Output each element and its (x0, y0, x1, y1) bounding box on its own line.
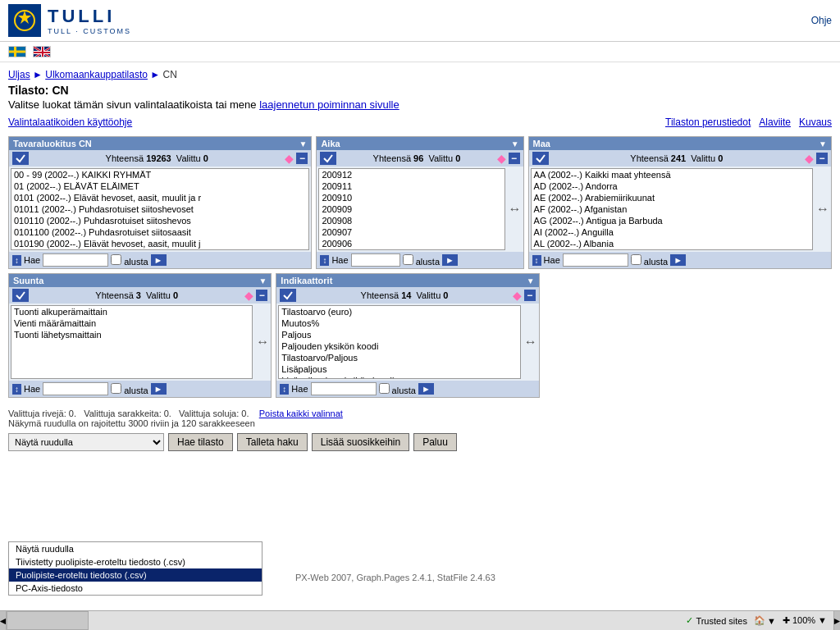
indikaattorit-search-input[interactable] (311, 382, 377, 395)
dropdown-item[interactable]: PC-Axis-tiedosto (9, 582, 262, 595)
list-item[interactable]: AI (2002--.) Anguilla (532, 226, 812, 238)
aika-minus-btn[interactable]: − (509, 153, 520, 164)
list-item[interactable]: 010110 (2002--.) Puhdasrotuiset siitoshe… (11, 215, 308, 226)
maa-alusta-cb[interactable] (631, 254, 641, 265)
scrollbar-thumb[interactable] (7, 611, 89, 630)
list-item[interactable]: 200907 (319, 226, 504, 238)
list-item[interactable]: 200906 (319, 238, 504, 249)
home-icon-area[interactable]: 🏠 ▼ (754, 615, 776, 626)
help-link[interactable]: Ohje (811, 15, 832, 26)
maa-minus-btn[interactable]: − (816, 153, 828, 164)
breadcrumb-section[interactable]: Ulkomaankauppatilasto (45, 69, 148, 80)
list-item[interactable]: AA (2002--.) Kaikki maat yhteensä (532, 169, 812, 180)
list-item[interactable]: 200910 (319, 192, 504, 203)
link-valintalaatikoiden[interactable]: Valintalaatikoiden käyttöohje (8, 116, 132, 128)
scroll-right-btn[interactable]: ► (833, 611, 840, 630)
list-item[interactable]: 010190 (2002--.) Elävät hevoset, aasit, … (11, 238, 308, 249)
list-item[interactable]: 01011 (2002--.) Puhdasrotuiset siitoshev… (11, 203, 308, 215)
list-item[interactable]: AG (2002--.) Antigua ja Barbuda (532, 215, 812, 226)
tavaraluokitus-minus-btn[interactable]: − (296, 153, 308, 164)
view-select[interactable]: Näytä ruudulla Tiivistetty puolipiste-er… (8, 433, 164, 451)
indikaattorit-alusta-cb[interactable] (379, 383, 390, 394)
box-indikaattorit-dropdown-arrow[interactable]: ▼ (527, 276, 535, 285)
indikaattorit-select-all-btn[interactable] (280, 289, 296, 302)
list-item[interactable]: 0101 (2002--.) Elävät hevoset, aasit, mu… (11, 192, 308, 203)
dropdown-item[interactable]: Näytä ruudulla (9, 542, 262, 555)
list-item[interactable]: 0101100 (2002--.) Puhdasrotuiset siitosa… (11, 226, 308, 238)
home-icon[interactable]: 🏠 (754, 615, 765, 626)
list-item[interactable]: AL (2002--.) Albania (532, 238, 812, 249)
indikaattorit-arrow-lr[interactable]: ↔ (524, 335, 537, 349)
tavaraluokitus-select-all-btn[interactable] (12, 152, 29, 165)
home-arrow[interactable]: ▼ (767, 616, 776, 626)
suunta-search-input[interactable] (43, 382, 108, 395)
aika-search-go-btn[interactable]: ► (442, 254, 458, 266)
lisaa-suosikkeihin-btn[interactable]: Lisää suosikkeihin (312, 433, 409, 451)
box-suunta-dropdown-arrow[interactable]: ▼ (258, 276, 267, 285)
hae-tilasto-btn[interactable]: Hae tilasto (168, 433, 233, 451)
tavaraluokitus-list[interactable]: 00 - 99 (2002--.) KAIKKI RYHMÄT 01 (2002… (11, 168, 309, 250)
list-item[interactable]: Vienti määrämaittain (11, 317, 252, 329)
suunta-minus-btn[interactable]: − (256, 290, 267, 301)
help-area[interactable]: Ohje (811, 15, 832, 26)
list-item[interactable]: Tilastoarvo/Paljous (279, 352, 519, 363)
indikaattorit-sort-btn[interactable]: ↕ (280, 384, 289, 395)
dropdown-item[interactable]: Tiivistetty puolipiste-eroteltu tiedosto… (9, 555, 262, 568)
clear-selections-link[interactable]: Poista kaikki valinnat (259, 409, 343, 418)
flag-en[interactable] (33, 46, 51, 57)
flag-fi[interactable] (8, 46, 26, 57)
box-aika-dropdown-arrow[interactable]: ▼ (511, 139, 519, 148)
box-tavaraluokitus-dropdown-arrow[interactable]: ▼ (299, 139, 308, 148)
tavaraluokitus-search-go-btn[interactable]: ► (151, 254, 167, 266)
list-item[interactable]: 200912 (319, 169, 504, 180)
suunta-select-all-btn[interactable] (12, 289, 29, 302)
maa-select-all-btn[interactable] (532, 152, 549, 165)
suunta-arrow-lr[interactable]: ↔ (256, 335, 269, 349)
list-item[interactable]: Lisäpaljouden yksikön koodi (279, 375, 519, 379)
scrollbar-area[interactable] (7, 611, 679, 630)
aika-alusta-cb[interactable] (403, 254, 413, 265)
list-item[interactable]: Tuonti alkuperämaittain (11, 306, 252, 317)
maa-sort-btn[interactable]: ↕ (532, 255, 541, 266)
tavaraluokitus-alusta-cb[interactable] (111, 254, 121, 265)
indikaattorit-diamond[interactable]: ◆ (513, 289, 522, 302)
subtitle-link[interactable]: laajennetun poiminnan sivulle (259, 98, 399, 111)
box-maa-dropdown-arrow[interactable]: ▼ (819, 139, 827, 148)
paluu-btn[interactable]: Paluu (413, 433, 457, 451)
aika-arrow-left[interactable]: ↔ (509, 202, 522, 217)
maa-arrow-lr[interactable]: ↔ (816, 202, 829, 217)
maa-diamond[interactable]: ◆ (805, 152, 814, 165)
list-item[interactable]: 00 - 99 (2002--.) KAIKKI RYHMÄT (11, 169, 308, 180)
indikaattorit-search-go-btn[interactable]: ► (418, 383, 434, 395)
suunta-diamond[interactable]: ◆ (244, 289, 253, 302)
aika-list[interactable]: 200912 200911 200910 200909 200908 20090… (318, 168, 504, 250)
link-kuvaus[interactable]: Kuvaus (799, 116, 832, 128)
breadcrumb-home[interactable]: Uljas (8, 69, 30, 80)
list-item[interactable]: Muutos% (279, 317, 519, 329)
list-item[interactable]: AE (2002--.) Arabiemiirikuunat (532, 192, 812, 203)
link-tilaston-perustiedot[interactable]: Tilaston perustiedot (665, 116, 751, 128)
tavaraluokitus-diamond[interactable]: ◆ (285, 152, 294, 165)
link-alaviite[interactable]: Alaviite (759, 116, 791, 128)
list-item[interactable]: 01 (2002--.) ELÄVÄT ELÄIMET (11, 180, 308, 192)
maa-list[interactable]: AA (2002--.) Kaikki maat yhteensä AD (20… (531, 168, 813, 250)
aika-search-input[interactable] (351, 253, 400, 267)
list-item[interactable]: AD (2002--.) Andorra (532, 180, 812, 192)
aika-diamond[interactable]: ◆ (497, 152, 506, 165)
suunta-sort-btn[interactable]: ↕ (12, 384, 21, 395)
list-item[interactable]: AF (2002--.) Afganistan (532, 203, 812, 215)
talleta-haku-btn[interactable]: Talleta haku (237, 433, 308, 451)
suunta-alusta-cb[interactable] (111, 383, 121, 394)
list-item[interactable]: 200908 (319, 215, 504, 226)
scroll-left-btn[interactable]: ◄ (0, 611, 7, 630)
list-item[interactable]: Tilastoarvo (euro) (279, 306, 519, 317)
list-item[interactable]: 200911 (319, 180, 504, 192)
suunta-list[interactable]: Tuonti alkuperämaittain Vienti määrämait… (11, 305, 253, 379)
dropdown-item-selected[interactable]: Puolipiste-eroteltu tiedosto (.csv) (9, 568, 262, 582)
tavaraluokitus-search-input[interactable] (43, 253, 108, 267)
list-item[interactable]: 200909 (319, 203, 504, 215)
indikaattorit-minus-btn[interactable]: − (524, 290, 536, 301)
tavaraluokitus-sort-btn[interactable]: ↕ (12, 255, 21, 266)
indikaattorit-list[interactable]: Tilastoarvo (euro) Muutos% Paljous Paljo… (278, 305, 520, 379)
maa-search-go-btn[interactable]: ► (670, 254, 686, 266)
